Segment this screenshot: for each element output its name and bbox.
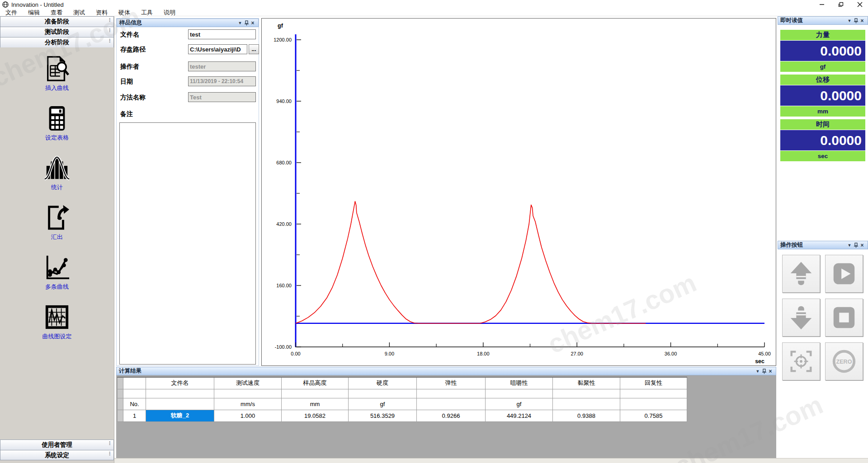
displacement-unit: mm (780, 106, 865, 117)
curve-settings-icon (44, 303, 70, 331)
menu-data[interactable]: 资料 (90, 9, 113, 17)
sample-info-header: 样品信息 ▼ × (117, 19, 259, 27)
grip-dots-icon: ⋮ (107, 452, 112, 455)
collapse-chevron-icon[interactable]: ▼ (755, 368, 761, 374)
time-label: 时间 (780, 119, 865, 130)
date-field (188, 76, 256, 86)
svg-text:680.00: 680.00 (276, 160, 292, 165)
browse-button[interactable]: ... (249, 44, 259, 54)
sidebar: 准备阶段 ⋮ 测试阶段 ⋮ 分析阶段 ⋮ 插入曲线 (0, 16, 114, 463)
sidebar-item-analysis-phase[interactable]: 分析阶段 ⋮ (0, 37, 114, 47)
svg-text:1200.00: 1200.00 (274, 37, 292, 42)
readout-panel-header: 即时读值 ▼ × (778, 16, 868, 25)
test-speed-cell[interactable]: 1.000 (214, 410, 282, 421)
panel-title: 即时读值 (780, 17, 803, 24)
statistics-icon (44, 154, 70, 182)
row-number-cell[interactable]: 1 (123, 410, 146, 421)
results-units-row: No. mm/s mm gf gf (118, 398, 687, 410)
chewiness-cell[interactable]: 449.2124 (486, 410, 553, 421)
sample-height-cell[interactable]: 19.0582 (282, 410, 349, 421)
operator-label: 操作者 (120, 63, 139, 71)
menu-hardware[interactable]: 硬体 (113, 9, 136, 17)
sidebar-item-test-phase[interactable]: 测试阶段 ⋮ (0, 27, 114, 37)
app-globe-icon (2, 1, 9, 8)
tare-target-button[interactable] (782, 342, 820, 380)
jog-up-button[interactable] (782, 255, 820, 293)
tool-table-setup[interactable]: 设定表格 (0, 104, 114, 147)
zero-button[interactable]: ZERO (825, 342, 863, 380)
title-bar: Innovation - Untitled (0, 0, 868, 9)
tool-statistics[interactable]: 统计 (0, 154, 114, 197)
close-panel-icon[interactable]: × (859, 242, 865, 248)
collapse-chevron-icon[interactable]: ▼ (846, 242, 853, 248)
remark-label: 备注 (120, 110, 133, 118)
unit-gf: gf (486, 398, 553, 410)
svg-text:0.00: 0.00 (291, 351, 300, 356)
start-button[interactable] (825, 255, 863, 293)
svg-text:9.00: 9.00 (385, 351, 394, 356)
collapse-chevron-icon[interactable]: ▼ (846, 18, 853, 23)
phase-label: 准备阶段 (45, 18, 69, 26)
pin-icon[interactable] (243, 20, 250, 26)
unit-mm: mm (282, 398, 349, 410)
close-panel-icon[interactable]: × (250, 20, 256, 26)
menu-file[interactable]: 文件 (0, 9, 23, 17)
hardness-cell[interactable]: 516.3529 (349, 410, 417, 421)
collapse-chevron-icon[interactable]: ▼ (237, 20, 243, 26)
pin-icon[interactable] (853, 18, 859, 23)
sidebar-item-prepare-phase[interactable]: 准备阶段 ⋮ (0, 16, 114, 27)
col-springiness: 弹性 (417, 377, 486, 389)
resilience-cell[interactable]: 0.7585 (620, 410, 687, 421)
status-strip (114, 458, 868, 463)
panel-title: 计算结果 (119, 367, 142, 375)
svg-text:160.00: 160.00 (276, 283, 292, 288)
results-data-row: 1 软糖_2 1.000 19.0582 516.3529 0.9266 449… (118, 410, 687, 421)
time-unit: sec (780, 151, 865, 161)
close-panel-icon[interactable]: × (859, 18, 865, 23)
date-label: 日期 (120, 78, 133, 86)
stop-button[interactable] (825, 299, 863, 337)
force-label: 力量 (780, 30, 865, 40)
method-name-label: 方法名称 (120, 94, 146, 102)
method-name-field (188, 92, 256, 102)
tool-multi-curve[interactable]: 多条曲线 (0, 253, 114, 296)
svg-text:36.00: 36.00 (665, 351, 677, 356)
play-icon (830, 260, 858, 288)
tool-insert-curve[interactable]: 插入曲线 (0, 55, 114, 98)
tool-label: 设定表格 (45, 134, 69, 142)
menu-help[interactable]: 说明 (158, 9, 181, 17)
pin-icon[interactable] (853, 242, 859, 248)
svg-text:27.00: 27.00 (571, 351, 583, 356)
menu-edit[interactable]: 编辑 (23, 9, 45, 17)
file-name-input[interactable] (188, 29, 256, 39)
springiness-cell[interactable]: 0.9266 (417, 410, 486, 421)
menu-view[interactable]: 查看 (45, 9, 68, 17)
menu-test[interactable]: 测试 (68, 9, 90, 17)
sidebar-item-user-management[interactable]: 使用者管理 ⋮ (0, 440, 114, 450)
pin-icon[interactable] (761, 368, 767, 374)
cohesiveness-cell[interactable]: 0.9388 (553, 410, 620, 421)
close-panel-icon[interactable]: × (767, 368, 774, 374)
svg-text:18.00: 18.00 (477, 351, 490, 356)
panel-title: 样品信息 (119, 19, 142, 27)
unit-mm-s: mm/s (214, 398, 282, 410)
jog-down-button[interactable] (782, 299, 820, 337)
col-cohesiveness: 黏聚性 (553, 377, 620, 389)
sidebar-item-system-settings[interactable]: 系统设定 ⋮ (0, 450, 114, 460)
minimize-button[interactable] (818, 1, 826, 8)
close-button[interactable] (856, 1, 863, 8)
operator-field (188, 61, 256, 71)
save-path-input[interactable] (188, 44, 247, 54)
displacement-label: 位移 (780, 75, 865, 85)
restore-button[interactable] (837, 1, 844, 8)
menu-tools[interactable]: 工具 (136, 9, 158, 17)
col-chewiness: 咀嚼性 (486, 377, 553, 389)
phase-label: 测试阶段 (45, 28, 69, 36)
zero-icon: ZERO (830, 347, 858, 375)
file-name-cell-selected[interactable]: 软糖_2 (146, 410, 214, 421)
remark-textarea[interactable] (119, 122, 256, 365)
results-panel-header: 计算结果 ▼ × (116, 367, 776, 375)
stop-icon (830, 304, 858, 332)
tool-curve-settings[interactable]: 曲线图设定 (0, 303, 114, 346)
tool-export[interactable]: 汇出 (0, 204, 114, 247)
